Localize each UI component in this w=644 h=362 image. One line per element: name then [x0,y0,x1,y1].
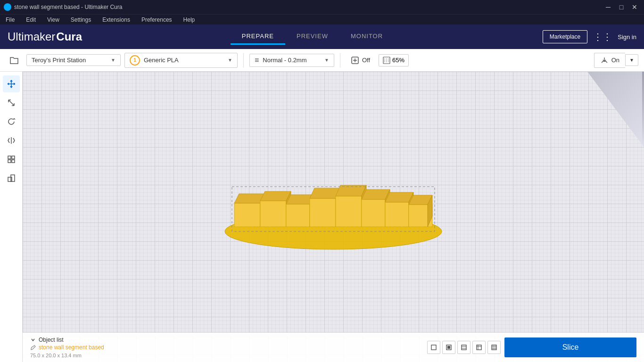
infill-percentage: 65% [392,57,405,64]
save-label: On [611,57,619,64]
open-folder-button[interactable] [6,52,23,69]
svg-rect-39 [477,345,481,350]
viewport-area: Object list stone wall segment based 75.… [0,72,644,362]
bottom-right: Slice [427,337,636,357]
material-name: Generic PLA [144,57,224,64]
nav-prepare[interactable]: PREPARE [231,29,285,45]
apps-icon[interactable]: ⋮⋮ [591,29,614,44]
object-name: stone wall segment based [39,344,104,351]
title-bar-controls: ─ □ ✕ [603,2,640,12]
bottom-bar: Object list stone wall segment based 75.… [23,332,644,362]
title-bar: stone wall segment based - Ultimaker Cur… [0,0,644,14]
minimize-button[interactable]: ─ [603,2,614,12]
shape-btn-4[interactable] [487,341,501,354]
svg-rect-6 [8,177,12,181]
printer-dropdown-arrow: ▼ [111,58,116,63]
svg-rect-3 [12,156,15,159]
object-name-row: stone wall segment based [30,344,104,351]
save-dropdown-arrow[interactable]: ▼ [625,54,638,66]
arrange-tool[interactable] [3,151,20,168]
save-to-dropdown: On ▼ [594,53,638,68]
svg-rect-35 [431,345,436,350]
save-main-button[interactable]: On [594,53,625,68]
app-icon [4,3,11,11]
svg-marker-26 [362,189,390,199]
svg-rect-19 [310,198,336,227]
material-dropdown-arrow: ▼ [228,58,232,63]
move-tool[interactable] [3,75,20,92]
menu-preferences[interactable]: Preferences [140,16,174,24]
settings-gear-icon: ≡ [255,56,259,65]
object-list-label: Object list [39,337,64,343]
nav-monitor[interactable]: MONITOR [339,29,394,45]
header-right: Marketplace ⋮⋮ Sign in [543,29,636,44]
scale-tool[interactable] [3,94,20,111]
svg-rect-13 [260,201,286,227]
menu-file[interactable]: File [4,16,17,24]
toolbar-divider-2 [340,53,340,67]
svg-rect-25 [362,199,385,227]
shape-btn-2[interactable] [457,341,471,354]
printer-select[interactable]: Teroy's Print Station ▼ [26,54,121,66]
svg-marker-29 [385,192,413,202]
shape-btn-0[interactable] [427,341,440,354]
svg-rect-5 [12,160,15,163]
marketplace-button[interactable]: Marketplace [543,30,587,43]
shape-btn-1[interactable] [442,341,455,354]
toolbar-divider-1 [243,53,244,67]
per-model-tool[interactable] [3,170,20,187]
edit-icon [30,345,36,350]
menu-help[interactable]: Help [182,16,197,24]
settings-dropdown-arrow: ▼ [324,58,329,63]
mirror-tool[interactable] [3,132,20,149]
toolbar: Teroy's Print Station ▼ 1 Generic PLA ▼ … [0,49,644,72]
menu-settings[interactable]: Settings [69,16,93,24]
model-svg [192,132,475,255]
logo-cura: Cura [56,30,82,43]
infill-density-box[interactable]: 65% [379,54,409,66]
svg-rect-37 [447,346,450,349]
svg-rect-22 [336,196,362,227]
support-off-label: Off [362,57,370,64]
svg-rect-10 [234,203,260,227]
nav-preview[interactable]: PREVIEW [285,29,339,45]
shape-icons [427,341,501,354]
svg-rect-7 [11,175,15,181]
right-edge-decoration [642,72,644,147]
menu-extensions[interactable]: Extensions [100,16,132,24]
svg-rect-4 [8,160,11,163]
menu-edit[interactable]: Edit [24,16,38,24]
logo-ultimaker: Ultimaker [8,30,55,43]
maximize-button[interactable]: □ [616,2,627,12]
print-settings-name: Normal - 0.2mm [263,57,321,64]
main-header: Ultimaker Cura PREPARE PREVIEW MONITOR M… [0,25,644,49]
menu-bar: File Edit View Settings Extensions Prefe… [0,14,644,25]
svg-marker-14 [260,191,291,201]
left-tools [0,72,23,362]
svg-rect-28 [385,202,409,227]
object-info: Object list stone wall segment based 75.… [30,337,104,358]
material-select[interactable]: 1 Generic PLA ▼ [124,53,238,68]
printer-name: Teroy's Print Station [32,57,107,64]
shape-btn-3[interactable] [472,341,486,354]
svg-rect-16 [286,204,310,227]
signin-button[interactable]: Sign in [618,33,636,41]
title-bar-left: stone wall segment based - Ultimaker Cur… [4,3,122,11]
rotate-tool[interactable] [3,113,20,130]
object-dimensions: 75.0 x 20.0 x 13.4 mm [30,353,104,358]
settings-select[interactable]: ≡ Normal - 0.2mm ▼ [249,54,334,67]
window-title: stone wall segment based - Ultimaker Cur… [14,4,122,10]
svg-rect-38 [462,345,466,350]
support-button[interactable]: Off [346,54,375,66]
svg-rect-40 [492,345,496,350]
close-button[interactable]: ✕ [629,2,640,12]
svg-rect-2 [8,156,11,159]
material-number-badge: 1 [130,55,140,66]
logo: Ultimaker Cura [8,30,82,43]
collapse-icon [30,337,36,343]
slice-button[interactable]: Slice [504,337,636,357]
3d-model [192,132,475,255]
menu-view[interactable]: View [45,16,61,24]
object-list-header[interactable]: Object list [30,337,104,343]
3d-canvas[interactable]: Object list stone wall segment based 75.… [23,72,644,362]
